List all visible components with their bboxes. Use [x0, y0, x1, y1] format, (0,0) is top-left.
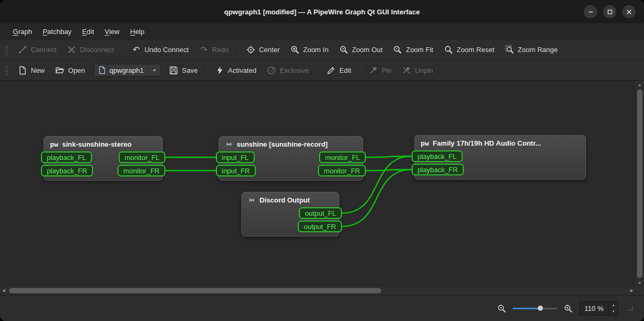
open-label: Open — [68, 66, 85, 74]
node-family-hd-audio[interactable]: pw Family 17h/19h HD Audio Contr... play… — [414, 135, 586, 180]
maximize-button[interactable] — [603, 5, 616, 19]
menu-patchbay[interactable]: Patchbay — [37, 23, 77, 39]
menu-help[interactable]: Help — [125, 23, 150, 39]
pin-button[interactable]: Pin — [364, 63, 397, 78]
port-input[interactable]: playback_FL — [412, 150, 463, 162]
port-input[interactable]: input_FR — [216, 165, 256, 176]
menu-edit[interactable]: Edit — [77, 23, 99, 39]
port-output[interactable]: monitor_FL — [119, 151, 165, 163]
node-discord-output[interactable]: Discord Output output_FL output_FR — [241, 192, 339, 236]
disconnect-button[interactable]: Disconnect — [62, 43, 119, 57]
graph-toolbar: Connect Disconnect ↶ Undo Connect ↷ Redo… — [0, 39, 644, 60]
activated-icon — [215, 66, 224, 75]
zoom-slider[interactable] — [513, 304, 557, 312]
scroll-down-arrow[interactable]: ▼ — [635, 279, 644, 286]
port-output[interactable]: output_FL — [299, 207, 342, 219]
titlebar[interactable]: qpwgraph1 [modified] — A PipeWire Graph … — [0, 0, 644, 23]
edit-label: Edit — [339, 66, 351, 74]
zoom-fit-button[interactable]: Zoom Fit — [388, 43, 438, 57]
zoom-reset-button[interactable]: Zoom Reset — [439, 43, 499, 57]
zoom-value[interactable]: 110 % — [580, 302, 608, 315]
connect-label: Connect — [31, 46, 56, 54]
graph-canvas[interactable]: pw sink-sunshine-stereo playback_FL play… — [0, 81, 635, 286]
app-window: qpwgraph1 [modified] — A PipeWire Graph … — [0, 0, 644, 321]
redo-button[interactable]: ↷ Redo — [195, 43, 233, 57]
vertical-scroll-thumb[interactable] — [637, 89, 642, 278]
horizontal-scrollbar[interactable]: ◀ ▶ — [0, 286, 635, 295]
zoom-reset-label: Zoom Reset — [457, 46, 495, 54]
spin-up-button[interactable]: ▲ — [609, 302, 618, 309]
zoom-fit-label: Zoom Fit — [406, 46, 433, 54]
port-input[interactable]: playback_FR — [412, 164, 464, 175]
audio-node-icon — [248, 196, 256, 204]
center-button[interactable]: Center — [241, 43, 285, 57]
redo-label: Redo — [212, 46, 229, 54]
new-button[interactable]: New — [13, 63, 49, 78]
center-label: Center — [259, 46, 280, 54]
unpin-button[interactable]: Unpin — [397, 63, 438, 78]
close-button[interactable] — [622, 5, 635, 19]
maximize-icon — [607, 9, 613, 14]
resize-grip[interactable] — [627, 305, 633, 311]
zoom-range-icon — [505, 45, 514, 54]
scrollbar-corner — [635, 286, 644, 295]
minimize-icon — [588, 9, 593, 14]
open-button[interactable]: Open — [51, 63, 90, 78]
menu-view[interactable]: View — [99, 23, 125, 39]
edit-pencil-icon — [327, 66, 336, 75]
port-output[interactable]: output_FR — [298, 221, 342, 232]
redo-icon: ↷ — [199, 45, 208, 54]
port-output[interactable]: monitor_FL — [319, 151, 366, 163]
undo-icon: ↶ — [132, 45, 141, 54]
patchbay-profile-combo[interactable]: qpwgraph1 ▼ — [94, 64, 161, 77]
menu-graph[interactable]: Graph — [7, 23, 37, 39]
port-input[interactable]: playback_FL — [41, 151, 92, 163]
save-label: Save — [182, 66, 198, 74]
undo-connect-button[interactable]: ↶ Undo Connect — [127, 43, 194, 57]
unpin-icon — [402, 66, 411, 75]
disconnect-label: Disconnect — [80, 46, 114, 54]
toolbar-separator — [237, 44, 238, 56]
zoom-range-button[interactable]: Zoom Range — [500, 43, 563, 57]
save-button[interactable]: Save — [164, 63, 203, 78]
toolbar-drag-handle[interactable] — [5, 65, 9, 75]
connect-button[interactable]: Connect — [13, 43, 61, 57]
scroll-up-arrow[interactable]: ▲ — [635, 81, 644, 88]
spin-down-button[interactable]: ▼ — [609, 308, 618, 315]
zoom-in-button[interactable]: Zoom In — [286, 43, 333, 57]
audio-node-icon — [225, 140, 233, 148]
exclusive-icon: f — [267, 66, 276, 75]
activated-button[interactable]: Activated — [211, 63, 261, 78]
exclusive-label: Exclusive — [280, 66, 309, 74]
port-output[interactable]: monitor_FR — [118, 165, 165, 176]
zoom-out-icon — [339, 45, 348, 54]
port-input[interactable]: input_FL — [216, 151, 255, 163]
edit-button[interactable]: Edit — [322, 63, 356, 78]
close-icon — [626, 9, 632, 14]
node-title: Family 17h/19h HD Audio Contr... — [433, 139, 541, 147]
port-output[interactable]: monitor_FR — [318, 165, 366, 176]
minimize-button[interactable] — [584, 5, 597, 19]
zoom-slider-handle[interactable] — [538, 306, 543, 311]
zoom-out-button[interactable]: Zoom Out — [334, 43, 388, 57]
pipewire-icon: pw — [50, 140, 58, 148]
window-controls — [584, 5, 635, 19]
horizontal-scroll-thumb[interactable] — [9, 288, 381, 293]
menubar: Graph Patchbay Edit View Help — [0, 23, 644, 39]
vertical-scrollbar[interactable]: ▲ ▼ — [635, 81, 644, 286]
exclusive-button[interactable]: f Exclusive — [262, 63, 314, 78]
scroll-right-arrow[interactable]: ▶ — [628, 286, 635, 295]
node-sunshine[interactable]: sunshine [sunshine-record] input_FL inpu… — [219, 136, 363, 181]
zoom-in-label: Zoom In — [303, 46, 329, 54]
scroll-left-arrow[interactable]: ◀ — [0, 286, 7, 295]
zoom-out-label: Zoom Out — [352, 46, 383, 54]
toolbar-drag-handle[interactable] — [5, 45, 9, 55]
undo-connect-label: Undo Connect — [145, 46, 189, 54]
toolbar-separator — [123, 44, 123, 56]
node-title: Discord Output — [260, 196, 310, 204]
zoom-out-small-icon — [497, 304, 506, 313]
node-sink-sunshine-stereo[interactable]: pw sink-sunshine-stereo playback_FL play… — [44, 136, 163, 181]
patchbay-profile-value: qpwgraph1 — [110, 66, 144, 74]
zoom-spinbox[interactable]: 110 % ▲ ▼ — [579, 301, 618, 316]
port-input[interactable]: playback_FR — [41, 165, 93, 176]
